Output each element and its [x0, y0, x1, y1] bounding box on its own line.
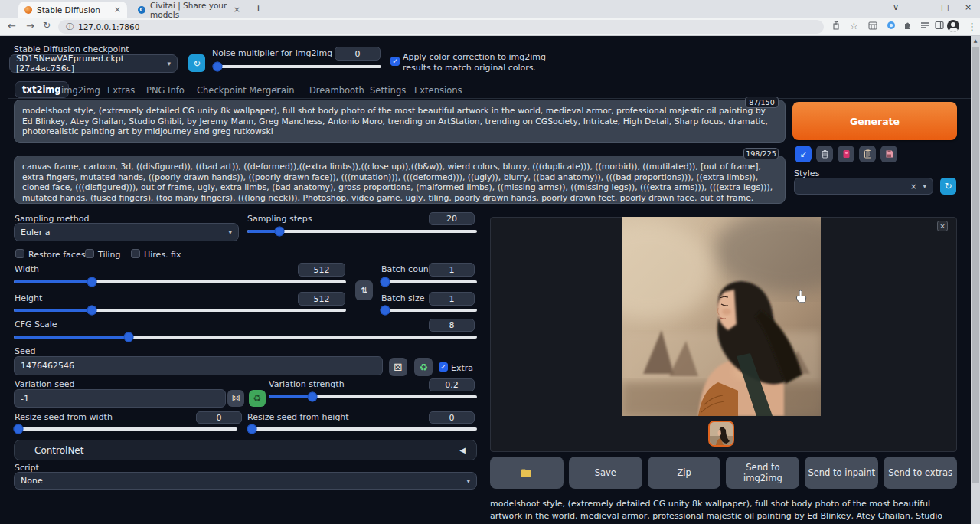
cfg-scale-input[interactable]: 8 — [429, 319, 475, 332]
width-slider[interactable] — [14, 280, 346, 283]
swap-width-height-button[interactable]: ⇅ — [355, 280, 373, 300]
tab-dreambooth[interactable]: Dreambooth — [309, 85, 364, 96]
browser-tab-stable-diffusion[interactable]: Stable Diffusion × — [18, 2, 127, 18]
color-correction-label: Apply color correction to img2img result… — [403, 52, 568, 74]
random-variation-seed-button[interactable]: ⚄ — [227, 390, 244, 407]
generated-image[interactable] — [622, 217, 821, 416]
batch-size-input[interactable]: 1 — [429, 292, 475, 306]
page-scrollbar[interactable]: ▲ — [971, 36, 980, 524]
save-button[interactable]: Save — [569, 457, 642, 489]
window-chevron-icon[interactable]: ∨ — [893, 2, 899, 12]
variation-strength-slider[interactable] — [269, 395, 477, 398]
arrow-down-left-icon: ↙ — [799, 149, 806, 159]
close-image-button[interactable]: × — [937, 221, 948, 231]
extra-networks-button[interactable] — [838, 146, 854, 162]
clear-prompt-button[interactable] — [816, 146, 833, 162]
reuse-seed-button[interactable]: ♻ — [414, 358, 433, 376]
sampling-method-dropdown[interactable]: Euler a ▾ — [14, 223, 239, 241]
random-seed-button[interactable]: ⚄ — [389, 358, 407, 376]
extensions-puzzle-icon[interactable] — [902, 21, 913, 32]
height-input[interactable]: 512 — [298, 292, 345, 306]
restore-faces-checkbox[interactable] — [15, 249, 24, 258]
site-info-icon[interactable]: ⓘ — [66, 21, 74, 32]
width-label: Width — [15, 264, 39, 274]
tiling-checkbox[interactable] — [85, 249, 94, 258]
profile-avatar[interactable] — [947, 20, 959, 32]
tab-extras[interactable]: Extras — [107, 85, 135, 96]
negative-prompt-textarea[interactable]: canvas frame, cartoon, 3d, ((disfigured)… — [14, 156, 786, 204]
color-correction-checkbox[interactable]: ✓ — [390, 57, 400, 66]
tab-close-icon[interactable]: × — [114, 5, 121, 15]
resize-seed-width-label: Resize seed from width — [15, 412, 113, 422]
reuse-variation-seed-button[interactable]: ♻ — [249, 390, 266, 407]
resize-seed-width-slider[interactable] — [14, 427, 237, 431]
window-maximize-button[interactable]: □ — [941, 2, 949, 12]
send-to-extras-button[interactable]: Send to extras — [884, 457, 957, 489]
back-icon[interactable]: ← — [8, 20, 16, 31]
reading-list-icon[interactable] — [919, 21, 930, 32]
url-bar[interactable]: ⓘ 127.0.0.1:7860 — [58, 20, 824, 34]
extension-circle-icon[interactable] — [885, 21, 897, 32]
gallery-thumbnail[interactable] — [708, 421, 734, 447]
refresh-checkpoint-button[interactable]: ↻ — [188, 54, 205, 72]
tab-train[interactable]: Train — [273, 85, 295, 96]
reload-icon[interactable]: ↻ — [43, 20, 51, 31]
window-close-button[interactable]: × — [965, 2, 972, 12]
tab-extensions[interactable]: Extensions — [414, 85, 462, 96]
side-panel-icon[interactable] — [933, 21, 945, 32]
sampling-steps-input[interactable]: 20 — [429, 212, 475, 225]
new-tab-button[interactable]: + — [254, 2, 263, 14]
browser-tab-civitai[interactable]: C Civitai | Share your models × — [132, 2, 247, 18]
cfg-scale-slider[interactable] — [14, 336, 477, 339]
variation-seed-input[interactable]: -1 — [14, 389, 226, 408]
send-to-img2img-button[interactable]: Send to img2img — [726, 457, 799, 489]
apply-style-button[interactable] — [859, 146, 876, 162]
extension-grid-icon[interactable] — [867, 21, 878, 32]
width-input[interactable]: 512 — [298, 263, 345, 277]
scrollbar-up-icon[interactable]: ▲ — [971, 38, 980, 43]
noise-multiplier-input[interactable]: 0 — [335, 47, 381, 61]
styles-dropdown[interactable]: × ▾ — [794, 178, 933, 195]
hires-fix-checkbox[interactable] — [131, 249, 140, 258]
generate-button[interactable]: Generate — [792, 102, 957, 140]
zip-button[interactable]: Zip — [648, 457, 721, 489]
forward-icon[interactable]: → — [26, 20, 34, 31]
scrollbar-thumb[interactable] — [972, 47, 979, 483]
open-folder-button[interactable] — [490, 457, 564, 489]
noise-multiplier-slider[interactable] — [214, 65, 381, 68]
refresh-styles-button[interactable]: ↻ — [940, 178, 956, 195]
seed-input[interactable]: 1476462546 — [14, 356, 383, 375]
save-style-button[interactable] — [880, 146, 897, 162]
send-to-inpaint-button[interactable]: Send to inpaint — [805, 457, 878, 489]
floppy-icon — [885, 149, 893, 159]
resize-seed-height-input[interactable]: 0 — [429, 411, 475, 424]
resize-seed-height-label: Resize seed from height — [247, 412, 349, 422]
resize-seed-height-slider[interactable] — [247, 427, 477, 431]
controlnet-accordion[interactable]: ControlNet ◀ — [14, 440, 477, 460]
batch-count-input[interactable]: 1 — [429, 263, 475, 277]
recycle-icon: ♻ — [419, 362, 428, 373]
tab-close-icon[interactable]: × — [234, 5, 240, 15]
script-dropdown[interactable]: None ▾ — [14, 472, 477, 490]
sampling-steps-slider[interactable] — [247, 230, 477, 233]
extra-seed-checkbox[interactable]: ✓ — [439, 362, 448, 372]
bookmark-star-icon[interactable]: ☆ — [848, 21, 860, 32]
checkpoint-dropdown[interactable]: SD15NewVAEpruned.ckpt [27a4ac756c] ▾ — [9, 54, 178, 73]
read-generation-params-button[interactable]: ↙ — [795, 146, 812, 162]
tab-txt2img[interactable]: txt2img — [15, 81, 69, 98]
prompt-textarea[interactable]: modelshoot style, (extremely detailed CG… — [14, 100, 786, 143]
height-slider[interactable] — [14, 309, 346, 312]
tab-png-info[interactable]: PNG Info — [146, 85, 185, 96]
batch-size-slider[interactable] — [381, 309, 477, 312]
resize-seed-width-input[interactable]: 0 — [196, 411, 242, 424]
chevron-down-icon: ▾ — [923, 182, 926, 190]
share-icon[interactable] — [830, 21, 841, 32]
clear-styles-icon[interactable]: × — [910, 182, 916, 191]
variation-strength-input[interactable]: 0.2 — [429, 378, 475, 391]
browser-menu-dots-icon[interactable]: ⋮ — [966, 21, 978, 32]
window-minimize-button[interactable]: – — [917, 2, 922, 12]
tab-img2img[interactable]: img2img — [61, 85, 100, 96]
tab-checkpoint-merger[interactable]: Checkpoint Merger — [197, 85, 280, 96]
batch-count-slider[interactable] — [381, 280, 477, 283]
tab-settings[interactable]: Settings — [370, 85, 406, 96]
